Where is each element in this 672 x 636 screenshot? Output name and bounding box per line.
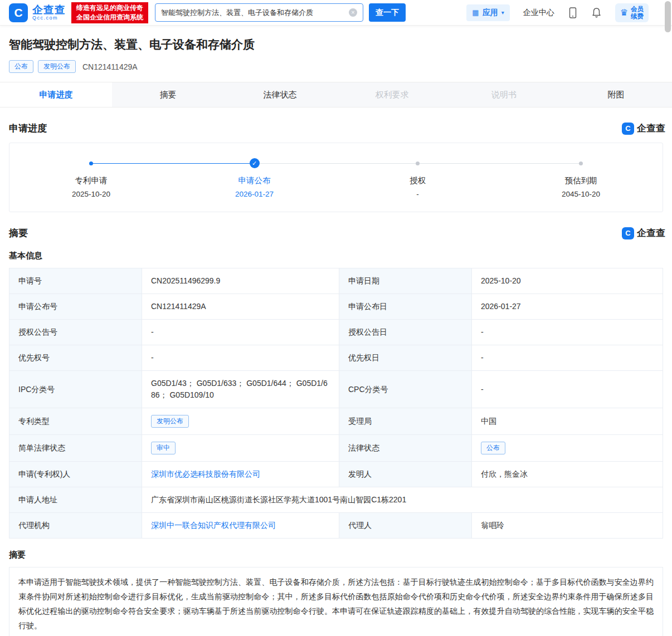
table-row: 优先权号 - 优先权日 -: [9, 345, 663, 371]
info-value: -: [472, 320, 663, 345]
step-date: 2025-10-20: [72, 190, 110, 198]
timeline-step-published: ✓ 申请公布 2026-01-27: [173, 158, 336, 198]
search-input[interactable]: 智能驾驶控制方法、装置、电子设备和存储介质 ×: [155, 3, 363, 22]
table-row: 专利类型 发明公布 受理局 中国: [9, 408, 663, 435]
info-label: 优先权日: [339, 345, 472, 371]
apps-menu-button[interactable]: ▦ 应用 ▾: [466, 4, 509, 21]
qcc-watermark: C 企查查: [622, 227, 665, 239]
info-label: 申请号: [9, 268, 142, 294]
apps-menu-label: 应用: [483, 8, 498, 18]
timeline-dot-area: [579, 158, 583, 168]
info-value: CN121411429A: [142, 294, 339, 320]
applicant-link[interactable]: 深圳市优必选科技股份有限公司: [151, 469, 260, 478]
qcc-watermark: C 企查查: [622, 122, 665, 135]
title-section: 智能驾驶控制方法、装置、电子设备和存储介质 公布 发明公布 CN12141142…: [0, 26, 672, 82]
info-value: 审中: [142, 435, 339, 462]
agency-link[interactable]: 深圳中一联合知识产权代理有限公司: [151, 521, 276, 530]
slogan-line1: 缔造有远见的商业传奇: [76, 3, 143, 13]
info-value: 公布: [472, 435, 663, 462]
qcc-watermark-icon: C: [622, 227, 634, 239]
info-label: 代理人: [339, 513, 472, 539]
abstract-title: 摘要: [9, 550, 663, 560]
clear-search-icon[interactable]: ×: [349, 8, 357, 17]
legal-status-tag: 公布: [481, 442, 505, 454]
tab-abstract[interactable]: 摘要: [112, 82, 224, 107]
progress-section-header: 申请进度 C 企查查: [9, 122, 663, 135]
info-value: -: [472, 371, 663, 408]
info-label: 法律状态: [339, 435, 472, 462]
basic-info-title: 基本信息: [9, 251, 663, 261]
info-label: 优先权号: [9, 345, 142, 371]
patent-type-tag: 发明公布: [151, 415, 189, 428]
timeline: 专利申请 2025-10-20 ✓ 申请公布 2026-01-27 授权 - 预…: [9, 158, 663, 198]
mobile-app-icon[interactable]: [568, 7, 578, 18]
info-value: 中国: [472, 408, 663, 435]
step-date: 2045-10-20: [562, 190, 600, 198]
info-value: 深圳中一联合知识产权代理有限公司: [142, 513, 339, 539]
patent-number: CN121411429A: [82, 62, 138, 71]
info-value: 深圳市优必选科技股份有限公司: [142, 462, 339, 487]
info-value-address: 广东省深圳市南山区桃源街道长源社区学苑大道1001号南山智园C1栋2201: [142, 487, 663, 513]
step-label: 专利申请: [75, 175, 108, 186]
member-crown-icon: ♛: [620, 7, 628, 18]
info-label: 代理机构: [9, 513, 142, 539]
info-label: 授权公告号: [9, 320, 142, 345]
info-label: 授权公告日: [339, 320, 472, 345]
slogan-line2: 全国企业信用查询系统: [76, 13, 143, 22]
table-row: IPC分类号 G05D1/43； G05D1/633； G05D1/644； G…: [9, 371, 663, 408]
info-label: 申请公布日: [339, 294, 472, 320]
table-row: 申请公布号 CN121411429A 申请公布日 2026-01-27: [9, 294, 663, 320]
info-value: -: [142, 345, 339, 371]
scrollbar-thumb[interactable]: [665, 1, 671, 32]
info-label: IPC分类号: [9, 371, 142, 408]
patent-title: 智能驾驶控制方法、装置、电子设备和存储介质: [9, 37, 663, 52]
summary-section-title: 摘要: [9, 227, 28, 239]
progress-section-title: 申请进度: [9, 122, 47, 135]
timeline-dot: [416, 162, 420, 165]
logo-name: 企查查: [32, 4, 66, 16]
info-value: 2025-10-20: [472, 268, 663, 294]
status-tag-published: 公布: [9, 60, 33, 73]
search-value: 智能驾驶控制方法、装置、电子设备和存储介质: [161, 8, 313, 18]
timeline-step-expiry: 预估到期 2045-10-20: [499, 158, 663, 198]
info-value: -: [472, 345, 663, 371]
member-label-line1: 会员: [631, 6, 644, 13]
patent-tag-row: 公布 发明公布 CN121411429A: [9, 60, 663, 73]
timeline-dot: [89, 162, 93, 165]
member-renewal-button[interactable]: ♛ 会员 续费: [615, 3, 649, 22]
summary-section-header: 摘要 C 企查查: [9, 227, 663, 239]
table-row: 申请人地址 广东省深圳市南山区桃源街道长源社区学苑大道1001号南山智园C1栋2…: [9, 487, 663, 513]
timeline-dot-area: ✓: [250, 158, 260, 168]
step-date: 2026-01-27: [235, 190, 274, 198]
info-label: 申请人地址: [9, 487, 142, 513]
timeline-dot: [579, 162, 583, 165]
bell-icon[interactable]: [591, 7, 602, 18]
step-date: -: [416, 190, 419, 198]
info-label: 发明人: [339, 462, 472, 487]
top-nav: ▦ 应用 ▾ 企业中心 ♛ 会员 续费: [466, 3, 663, 22]
step-label: 授权: [410, 175, 426, 186]
detail-tabs: 申请进度 摘要 法律状态 权利要求 说明书 附图: [0, 82, 672, 107]
timeline-step-filed: 专利申请 2025-10-20: [9, 158, 173, 198]
timeline-dot-area: [416, 158, 420, 168]
timeline-check-icon: ✓: [250, 158, 260, 168]
search-button[interactable]: 查一下: [369, 3, 406, 22]
tab-application-progress[interactable]: 申请进度: [0, 82, 112, 107]
info-label: 专利类型: [9, 408, 142, 435]
step-label: 申请公布: [238, 175, 271, 186]
table-row: 代理机构 深圳中一联合知识产权代理有限公司 代理人 翁唱玲: [9, 513, 663, 539]
info-value: CN202511496299.9: [142, 268, 339, 294]
member-label-line2: 续费: [631, 13, 644, 20]
search-area: 智能驾驶控制方法、装置、电子设备和存储介质 × 查一下: [155, 3, 406, 22]
qcc-logo[interactable]: C 企查查 Qcc.com: [9, 3, 66, 22]
timeline-dot-area: [89, 158, 93, 168]
info-value: 发明公布: [142, 408, 339, 435]
info-label: 申请公布号: [9, 294, 142, 320]
status-tag-invention-publication: 发明公布: [38, 60, 76, 73]
table-row: 申请号 CN202511496299.9 申请日期 2025-10-20: [9, 268, 663, 294]
tab-figures[interactable]: 附图: [560, 82, 672, 107]
tab-legal-status[interactable]: 法律状态: [224, 82, 336, 107]
abstract-text: 本申请适用于智能驾驶技术领域，提供了一种智能驾驶控制方法、装置、电子设备和存储介…: [18, 575, 654, 633]
table-row: 授权公告号 - 授权公告日 -: [9, 320, 663, 345]
enterprise-center-link[interactable]: 企业中心: [523, 8, 554, 18]
